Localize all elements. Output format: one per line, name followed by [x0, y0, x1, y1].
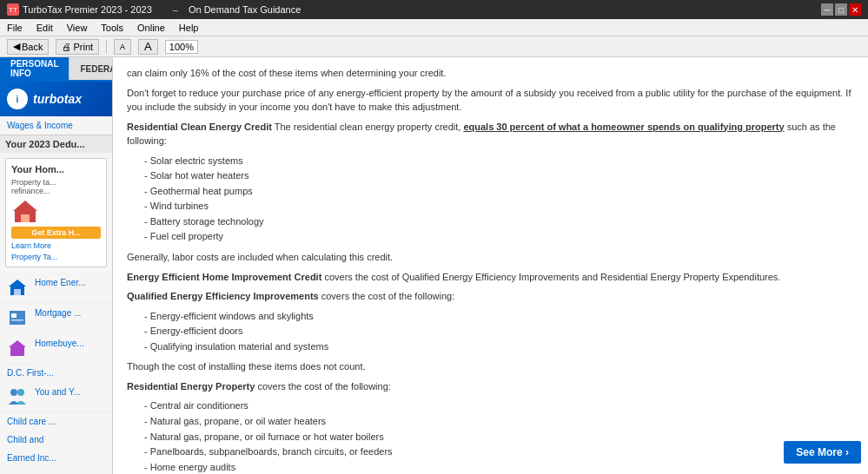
- zoom-level: 100%: [165, 40, 198, 54]
- your-home-title: Your Hom...: [11, 164, 101, 174]
- your-home-box: Your Hom... Property ta...refinance... G…: [5, 158, 107, 267]
- residential-bullet-2: Natural gas, propane, or oil furnace or …: [144, 430, 854, 445]
- toolbar: ◀ Back 🖨 Print A A 100%: [0, 36, 868, 57]
- clean-bullet-4: Battery storage technology: [144, 214, 854, 230]
- mortgage-label: Mortgage ...: [35, 307, 81, 319]
- turbotax-logo: turbotax: [33, 92, 82, 106]
- sidebar-item-child-care[interactable]: Child care ...: [0, 412, 112, 431]
- nav-tabs: PERSONAL INFO FEDERAL: [0, 57, 112, 82]
- qualified-bullet-1: Energy-efficient doors: [144, 324, 854, 339]
- see-more-button[interactable]: See More ›: [784, 441, 861, 464]
- residential-bullet-3: Panelboards, subpanelboards, branch circ…: [144, 444, 854, 460]
- para-residential-energy: Residential Energy Property covers the c…: [127, 379, 854, 394]
- svg-marker-0: [13, 201, 37, 211]
- sidebar-item-mortgage[interactable]: Mortgage ...: [0, 303, 112, 333]
- qualified-energy-desc: covers the cost of the following:: [321, 291, 454, 301]
- sidebar-item-you-and-your[interactable]: You and Y...: [0, 382, 112, 412]
- residential-bullet-1: Natural gas, propane, or oil water heate…: [144, 414, 854, 430]
- clean-bullet-1: Solar hot water heaters: [144, 168, 854, 184]
- svg-rect-10: [10, 346, 24, 356]
- qualified-note: Though the cost of installing these item…: [127, 359, 854, 374]
- intuit-logo-mark: i: [17, 95, 19, 104]
- para-first: can claim only 16% of the cost of these …: [127, 66, 854, 81]
- minimize-button[interactable]: ─: [821, 3, 833, 16]
- your-deductions-header: Your 2023 Dedu...: [0, 135, 112, 153]
- title-bar: TT TurboTax Premier 2023 - 2023 – On Dem…: [0, 0, 868, 19]
- svg-rect-8: [11, 319, 23, 321]
- toolbar-separator: [106, 40, 107, 54]
- home-icon-area: [11, 199, 101, 223]
- menu-online[interactable]: Online: [134, 21, 169, 35]
- para-residential-clean: Residential Clean Energy Credit The resi…: [127, 120, 854, 148]
- sidebar-item-wages[interactable]: Wages & Income: [0, 116, 112, 135]
- menu-help[interactable]: Help: [176, 21, 202, 35]
- menu-tools[interactable]: Tools: [97, 21, 127, 35]
- residential-bullet-4: Home energy audits: [144, 460, 854, 474]
- logo-area: i turbotax: [0, 82, 112, 116]
- menu-view[interactable]: View: [63, 21, 91, 35]
- you-and-your-label: You and Y...: [35, 386, 81, 398]
- qualified-energy-title: Qualified Energy Efficiency Improvements: [127, 291, 319, 301]
- home-energy-label: Home Ener...: [35, 277, 85, 288]
- maximize-button[interactable]: □: [835, 3, 847, 16]
- para-subsidy: Don't forget to reduce your purchase pri…: [127, 86, 854, 115]
- tab-federal[interactable]: FEDERAL: [70, 57, 113, 80]
- home-sub-text: Property ta...refinance...: [11, 178, 101, 195]
- font-large-button[interactable]: A: [138, 39, 158, 55]
- sidebar-item-homebuyer[interactable]: Homebuye...: [0, 333, 112, 364]
- app-title: TurboTax Premier 2023 - 2023: [23, 4, 152, 15]
- house-icon: [11, 199, 39, 223]
- qualified-bullet-2: Qualifying insulation material and syste…: [144, 339, 854, 355]
- residential-bullet-0: Central air conditioners: [144, 398, 854, 414]
- print-button[interactable]: 🖨 Print: [56, 39, 99, 55]
- clean-bullet-0: Solar electric systems: [144, 154, 854, 169]
- back-button[interactable]: ◀ Back: [7, 39, 49, 55]
- svg-point-12: [17, 389, 24, 396]
- svg-rect-5: [14, 289, 21, 295]
- menu-bar: File Edit View Tools Online Help: [0, 19, 868, 36]
- residential-energy-title: Residential Energy Property: [127, 381, 255, 392]
- content-area: can claim only 16% of the cost of these …: [113, 57, 868, 474]
- homebuyer-label: Homebuye...: [35, 338, 84, 349]
- residential-clean-title: Residential Clean Energy Credit: [127, 122, 272, 132]
- sidebar-item-dc-first[interactable]: D.C. First-...: [0, 364, 112, 382]
- close-button[interactable]: ✕: [849, 3, 861, 16]
- clean-bullets-list: Solar electric systems Solar hot water h…: [144, 154, 854, 246]
- energy-efficient-title: Energy Efficient Home Improvement Credit: [127, 272, 321, 282]
- mortgage-icon: [5, 307, 30, 328]
- svg-point-11: [10, 389, 17, 396]
- svg-marker-3: [9, 280, 26, 286]
- svg-marker-9: [9, 340, 26, 347]
- get-extra-button[interactable]: Get Extra H...: [11, 227, 101, 239]
- sidebar: PERSONAL INFO FEDERAL i turbotax Wages &…: [0, 57, 113, 474]
- residential-clean-bold: equals 30 percent of what a homeowner sp…: [463, 122, 784, 132]
- para-qualified-energy: Qualified Energy Efficiency Improvements…: [127, 289, 854, 304]
- svg-rect-7: [11, 313, 17, 318]
- residential-bullets-list: Central air conditioners Natural gas, pr…: [144, 398, 854, 474]
- back-arrow-icon: ◀: [13, 41, 20, 52]
- clean-note: Generally, labor costs are included when…: [127, 250, 854, 265]
- sidebar-item-home-energy[interactable]: Home Ener...: [0, 273, 112, 303]
- home-energy-icon: [5, 277, 30, 298]
- main-container: PERSONAL INFO FEDERAL i turbotax Wages &…: [0, 57, 868, 474]
- family-icon: [5, 386, 30, 407]
- clean-bullet-5: Fuel cell property: [144, 229, 854, 245]
- menu-edit[interactable]: Edit: [33, 21, 56, 35]
- clean-bullet-2: Geothermal heat pumps: [144, 184, 854, 200]
- sidebar-item-child-and[interactable]: Child and: [0, 431, 112, 449]
- homebuyer-icon: [5, 338, 30, 359]
- qualified-bullet-0: Energy-efficient windows and skylights: [144, 309, 854, 325]
- sidebar-item-earned-income[interactable]: Earned Inc...: [0, 449, 112, 467]
- font-small-button[interactable]: A: [114, 39, 131, 55]
- para-energy-efficient: Energy Efficient Home Improvement Credit…: [127, 270, 854, 285]
- logo-text-container: turbotax: [33, 92, 82, 106]
- learn-more-link[interactable]: Learn More: [11, 241, 101, 250]
- print-icon: 🖨: [62, 42, 71, 52]
- clean-bullet-3: Wind turbines: [144, 199, 854, 214]
- menu-file[interactable]: File: [3, 21, 26, 35]
- app-icon: TT: [7, 3, 19, 16]
- residential-clean-desc: The residential clean energy property cr…: [275, 122, 464, 132]
- tab-personal-info[interactable]: PERSONAL INFO: [0, 57, 70, 80]
- property-tax-link[interactable]: Property Ta...: [11, 253, 101, 261]
- qualified-bullets-list: Energy-efficient windows and skylights E…: [144, 309, 854, 355]
